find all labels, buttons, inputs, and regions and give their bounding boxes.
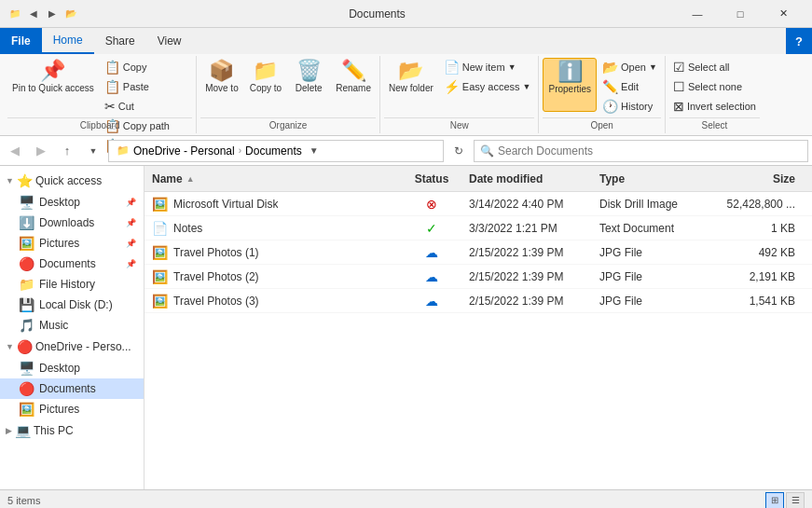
back-button[interactable]: ◀ xyxy=(4,140,26,162)
file-history-label: File History xyxy=(39,278,136,291)
file-name: Travel Photos (3) xyxy=(173,295,259,308)
sidebar-item-this-pc[interactable]: ▶ 💻 This PC xyxy=(0,419,144,442)
easy-access-icon: ⚡ xyxy=(444,79,460,94)
tab-file[interactable]: File xyxy=(0,28,42,54)
tab-view[interactable]: View xyxy=(146,28,193,54)
open-button[interactable]: 📂 Open ▼ xyxy=(599,58,661,76)
file-size: 52,428,800 ... xyxy=(711,198,795,211)
easy-access-arrow: ▼ xyxy=(523,82,531,91)
delete-icon: 🗑️ xyxy=(296,61,322,81)
new-folder-label: New folder xyxy=(389,83,434,94)
file-type-icon: 🖼️ xyxy=(152,245,168,260)
sidebar-item-desktop-od[interactable]: 🖥️ Desktop xyxy=(0,358,144,378)
table-row[interactable]: 🖼️ Travel Photos (2) ☁ 2/15/2022 1:39 PM… xyxy=(145,265,812,289)
sidebar-item-pictures[interactable]: 🖼️ Pictures 📌 xyxy=(0,233,144,254)
main-area: ▼ ⭐ Quick access 🖥️ Desktop 📌 ⬇️ Downloa… xyxy=(0,166,812,489)
edit-button[interactable]: ✏️ Edit xyxy=(599,77,661,96)
sidebar-item-file-history[interactable]: 📁 File History xyxy=(0,274,144,295)
sidebar-item-documents-quick[interactable]: 🔴 Documents 📌 xyxy=(0,254,144,274)
open-icon: 📂 xyxy=(602,60,618,75)
list-view-button[interactable]: ☰ xyxy=(786,492,805,509)
table-row[interactable]: 🖼️ Travel Photos (1) ☁ 2/15/2022 1:39 PM… xyxy=(145,240,812,265)
cut-label: Cut xyxy=(118,101,134,112)
edit-icon: ✏️ xyxy=(602,79,618,94)
pictures-icon: 🖼️ xyxy=(19,236,34,251)
table-row[interactable]: 🖼️ Microsoft Virtual Disk ⊗ 3/14/2022 4:… xyxy=(145,192,812,216)
maximize-button[interactable]: □ xyxy=(719,0,762,28)
tab-home[interactable]: Home xyxy=(42,28,94,54)
rename-button[interactable]: ✏️ Rename xyxy=(331,58,376,112)
pin-indicator3: 📌 xyxy=(126,239,136,248)
sidebar-item-local-disk[interactable]: 💾 Local Disk (D:) xyxy=(0,295,144,315)
copy-to-icon: 📁 xyxy=(253,61,278,81)
this-pc-label: This PC xyxy=(34,424,138,437)
table-row[interactable]: 📄 Notes ✓ 3/3/2022 1:21 PM Text Document… xyxy=(145,216,812,240)
col-type-label: Type xyxy=(599,172,625,185)
address-path[interactable]: 📁 OneDrive - Personal › Documents ▼ xyxy=(108,140,444,162)
sidebar-item-quick-access[interactable]: ▼ ⭐ Quick access xyxy=(0,170,144,192)
select-none-button[interactable]: ☐ Select none xyxy=(669,77,760,96)
new-folder-button[interactable]: 📂 New folder xyxy=(384,58,438,112)
file-size: 492 KB xyxy=(711,246,795,259)
documents-quick-label: Documents xyxy=(39,257,119,270)
file-date: 2/15/2022 1:39 PM xyxy=(469,246,599,259)
search-box[interactable]: 🔍 xyxy=(474,140,808,162)
sidebar-item-pictures-od[interactable]: 🖼️ Pictures xyxy=(0,399,144,419)
delete-button[interactable]: 🗑️ Delete xyxy=(288,58,329,112)
title-back-icon[interactable]: ◀ xyxy=(26,7,41,21)
recent-locations-button[interactable]: ▼ xyxy=(82,140,104,162)
title-forward-icon[interactable]: ▶ xyxy=(45,7,60,21)
title-bar-icons: 📁 ◀ ▶ 📂 xyxy=(7,7,78,21)
file-history-icon: 📁 xyxy=(19,277,34,292)
onedrive-expand-icon: ▼ xyxy=(6,342,14,351)
address-dropdown-icon[interactable]: ▼ xyxy=(310,145,319,156)
cut-button[interactable]: ✂ Cut xyxy=(101,97,192,116)
quick-access-icon[interactable]: 📁 xyxy=(7,7,22,21)
sidebar-item-downloads[interactable]: ⬇️ Downloads 📌 xyxy=(0,213,144,233)
delete-label: Delete xyxy=(296,83,323,94)
close-button[interactable]: ✕ xyxy=(762,0,805,28)
copy-to-button[interactable]: 📁 Copy to xyxy=(245,58,286,112)
invert-selection-button[interactable]: ⊠ Invert selection xyxy=(669,97,760,116)
copy-button[interactable]: 📋 Copy xyxy=(101,58,192,76)
move-icon: 📦 xyxy=(209,61,234,81)
path-part-1: 📁 xyxy=(117,144,130,157)
pin-quick-access-button[interactable]: 📌 Pin to Quick access xyxy=(7,58,99,112)
refresh-button[interactable]: ↻ xyxy=(447,140,470,162)
col-header-type[interactable]: Type xyxy=(599,172,711,185)
open-group: ℹ️ Properties 📂 Open ▼ ✏️ Edit 🕐 History xyxy=(539,56,665,133)
select-group: ☑ Select all ☐ Select none ⊠ Invert sele… xyxy=(666,56,764,133)
col-header-date[interactable]: Date modified xyxy=(469,172,599,185)
select-all-button[interactable]: ☑ Select all xyxy=(669,58,760,76)
up-button[interactable]: ↑ xyxy=(56,140,78,162)
easy-access-button[interactable]: ⚡ Easy access ▼ xyxy=(440,77,535,96)
sidebar-item-onedrive[interactable]: ▼ 🔴 OneDrive - Perso... xyxy=(0,336,144,358)
history-button[interactable]: 🕐 History xyxy=(599,97,661,116)
col-header-name[interactable]: Name ▲ xyxy=(152,172,394,185)
help-button[interactable]: ? xyxy=(786,28,812,54)
minimize-button[interactable]: — xyxy=(676,0,719,28)
col-header-size[interactable]: Size xyxy=(711,172,795,185)
item-count: 5 items xyxy=(7,495,40,506)
move-to-button[interactable]: 📦 Move to xyxy=(200,58,243,112)
table-row[interactable]: 🖼️ Travel Photos (3) ☁ 2/15/2022 1:39 PM… xyxy=(145,289,812,313)
new-item-button[interactable]: 📄 New item ▼ xyxy=(440,58,535,76)
file-name-cell: 🖼️ Travel Photos (1) xyxy=(152,245,394,260)
file-type: JPG File xyxy=(599,270,711,283)
grid-view-button[interactable]: ⊞ xyxy=(765,492,784,509)
sidebar-item-documents-od[interactable]: 🔴 Documents xyxy=(0,378,144,399)
sidebar-item-desktop-quick[interactable]: 🖥️ Desktop 📌 xyxy=(0,192,144,213)
search-input[interactable] xyxy=(498,144,802,158)
desktop-od-icon: 🖥️ xyxy=(19,361,34,376)
sidebar-item-music[interactable]: 🎵 Music xyxy=(0,315,144,336)
col-header-status[interactable]: Status xyxy=(394,172,469,185)
file-name: Microsoft Virtual Disk xyxy=(173,198,278,211)
paste-button[interactable]: 📋 Paste xyxy=(101,77,192,96)
local-disk-icon: 💾 xyxy=(19,297,34,312)
properties-button[interactable]: ℹ️ Properties xyxy=(543,58,597,112)
forward-button[interactable]: ▶ xyxy=(30,140,52,162)
music-label: Music xyxy=(39,319,136,332)
tab-share[interactable]: Share xyxy=(94,28,146,54)
open-content: ℹ️ Properties 📂 Open ▼ ✏️ Edit 🕐 History xyxy=(543,58,660,116)
file-type-icon: 🖼️ xyxy=(152,294,168,309)
